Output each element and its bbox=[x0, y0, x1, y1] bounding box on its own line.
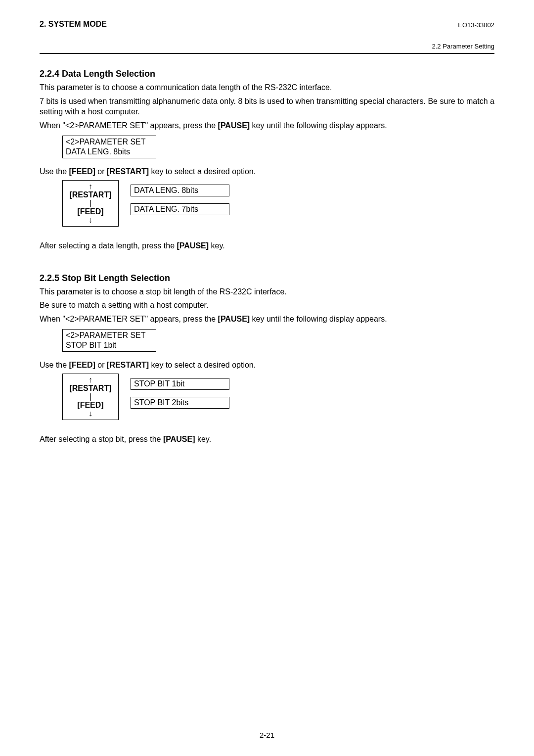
lcd-display-224: <2>PARAMETER SET DATA LENG. 8bits bbox=[62, 136, 156, 158]
pause-key-label-3: [PAUSE] bbox=[218, 315, 250, 323]
page-number: 2-21 bbox=[0, 731, 534, 739]
button-stack-225: ↑ [RESTART] | [FEED] ↓ bbox=[62, 374, 119, 420]
section-225-use: Use the [FEED] or [RESTART] key to selec… bbox=[40, 360, 494, 371]
restart-key-label: [RESTART] bbox=[107, 167, 149, 176]
use-a: Use the bbox=[40, 167, 69, 176]
pause-key-label-2: [PAUSE] bbox=[177, 241, 209, 250]
section-225-tail: After selecting a stop bit, press the [P… bbox=[40, 434, 494, 445]
arrow-down-icon: ↓ bbox=[63, 410, 118, 418]
feed-key-label-2: [FEED] bbox=[69, 361, 95, 369]
option-225-1: STOP BIT 1bit bbox=[131, 378, 229, 390]
lcd-display-225: <2>PARAMETER SET STOP BIT 1bit bbox=[62, 329, 156, 352]
option-diagram-225: ↑ [RESTART] | [FEED] ↓ STOP BIT 1bit STO… bbox=[62, 374, 494, 420]
section-225-p3: When "<2>PARAMETER SET" appears, press t… bbox=[40, 314, 494, 325]
section-224-title: 2.2.4 Data Length Selection bbox=[40, 69, 494, 79]
feed-button-label: [FEED] bbox=[63, 401, 118, 410]
restart-button-label: [RESTART] bbox=[63, 384, 118, 393]
use-mid: or bbox=[95, 167, 107, 176]
use-b: key to select a desired option. bbox=[149, 361, 256, 369]
lcd-line1: <2>PARAMETER SET bbox=[66, 331, 153, 340]
section-225-p3a: When "<2>PARAMETER SET" appears, press t… bbox=[40, 315, 218, 323]
page-header: 2. SYSTEM MODE EO13-33002 bbox=[40, 20, 494, 29]
section-225-p2: Be sure to match a setting with a host c… bbox=[40, 300, 494, 311]
use-mid: or bbox=[95, 361, 107, 369]
section-224-use: Use the [FEED] or [RESTART] key to selec… bbox=[40, 166, 494, 177]
arrow-down-icon: ↓ bbox=[63, 216, 118, 224]
button-stack-224: ↑ [RESTART] | [FEED] ↓ bbox=[62, 180, 119, 227]
section-224-p3a: When "<2>PARAMETER SET" appears, press t… bbox=[40, 121, 218, 130]
tail-b: key. bbox=[209, 241, 225, 250]
page: 2. SYSTEM MODE EO13-33002 2.2 Parameter … bbox=[0, 0, 534, 756]
section-225-p3b: key until the following display appears. bbox=[250, 315, 387, 323]
option-diagram-224: ↑ [RESTART] | [FEED] ↓ DATA LENG. 8bits … bbox=[62, 180, 494, 227]
header-left: 2. SYSTEM MODE bbox=[40, 20, 107, 29]
header-rule bbox=[40, 53, 494, 54]
option-column-225: STOP BIT 1bit STOP BIT 2bits bbox=[131, 378, 229, 416]
section-224-tail: After selecting a data length, press the… bbox=[40, 240, 494, 251]
divider-icon: | bbox=[63, 199, 118, 207]
section-224-p2: 7 bits is used when transmitting alphanu… bbox=[40, 96, 494, 117]
header-right: EO13-33002 bbox=[458, 21, 494, 29]
tail-a: After selecting a stop bit, press the bbox=[40, 435, 163, 443]
section-225-p1: This parameter is to choose a stop bit l… bbox=[40, 286, 494, 297]
use-a: Use the bbox=[40, 361, 69, 369]
tail-a: After selecting a data length, press the bbox=[40, 241, 177, 250]
pause-key-label: [PAUSE] bbox=[218, 121, 250, 130]
pause-key-label-4: [PAUSE] bbox=[163, 435, 195, 443]
restart-button-label: [RESTART] bbox=[63, 190, 118, 199]
option-224-2: DATA LENG. 7bits bbox=[131, 203, 229, 215]
option-224-1: DATA LENG. 8bits bbox=[131, 185, 229, 196]
restart-key-label-2: [RESTART] bbox=[107, 361, 149, 369]
lcd-line1: <2>PARAMETER SET bbox=[66, 137, 153, 147]
use-b: key to select a desired option. bbox=[149, 167, 256, 176]
arrow-up-icon: ↑ bbox=[63, 183, 118, 190]
feed-key-label: [FEED] bbox=[69, 167, 95, 176]
option-225-2: STOP BIT 2bits bbox=[131, 397, 229, 409]
section-224-p3: When "<2>PARAMETER SET" appears, press t… bbox=[40, 120, 494, 131]
arrow-up-icon: ↑ bbox=[63, 376, 118, 384]
option-column-224: DATA LENG. 8bits DATA LENG. 7bits bbox=[131, 185, 229, 222]
tail-b: key. bbox=[195, 435, 212, 443]
section-224-p3b: key until the following display appears. bbox=[250, 121, 387, 130]
divider-icon: | bbox=[63, 393, 118, 401]
lcd-line2: DATA LENG. 8bits bbox=[66, 147, 153, 157]
section-224-p1: This parameter is to choose a communicat… bbox=[40, 82, 494, 93]
section-225-title: 2.2.5 Stop Bit Length Selection bbox=[40, 273, 494, 284]
header-sub: 2.2 Parameter Setting bbox=[40, 43, 494, 50]
feed-button-label: [FEED] bbox=[63, 207, 118, 216]
lcd-line2: STOP BIT 1bit bbox=[66, 340, 153, 350]
